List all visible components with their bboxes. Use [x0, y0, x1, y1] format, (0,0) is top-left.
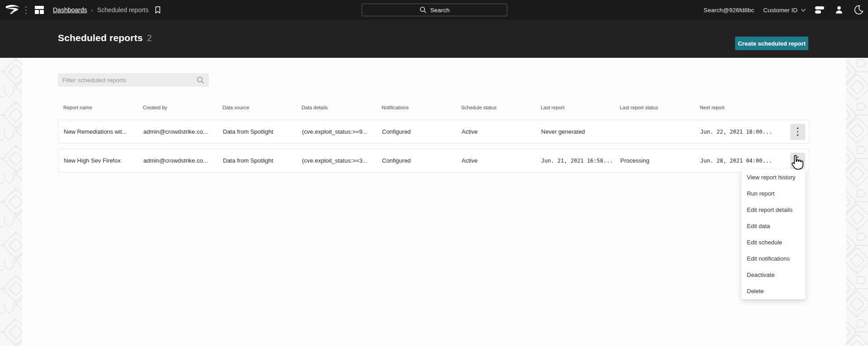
user-icon [834, 5, 844, 15]
chevron-down-icon [801, 8, 806, 12]
customer-id-dropdown[interactable]: Customer ID [763, 7, 806, 14]
search-icon [420, 6, 427, 14]
menu-item-edit-schedule[interactable]: Edit schedule [741, 234, 806, 251]
more-options-dots-icon [25, 6, 27, 14]
table-row: New Remediations wit... admin@crowdstrik… [58, 120, 809, 144]
user-menu-button[interactable] [833, 4, 845, 16]
column-header-data-details: Data details [296, 105, 376, 110]
cell-data-source: Data from Spotlight [217, 157, 297, 164]
account-search-id: Search@926fd8bc [703, 7, 754, 14]
column-header-notifications: Notifications [376, 105, 456, 110]
messages-icon [814, 5, 825, 15]
breadcrumb-current: Scheduled reports [97, 6, 149, 14]
menu-item-view-report-history[interactable]: View report history [741, 169, 806, 186]
messages-button[interactable] [814, 4, 826, 16]
column-header-last-report-status: Last report status [614, 105, 694, 110]
cell-notifications: Configured [377, 128, 456, 135]
account-cluster: Search@926fd8bc Customer ID [703, 0, 864, 20]
top-navigation-bar: Dashboards › Scheduled reports Search Se… [0, 0, 868, 20]
background-pattern-left [0, 58, 22, 346]
menu-item-deactivate[interactable]: Deactivate [741, 267, 806, 283]
menu-item-edit-report-details[interactable]: Edit report details [741, 202, 806, 218]
table-header-row: Report name Created by Data source Data … [58, 105, 809, 110]
background-pattern-right [846, 58, 868, 346]
page-title-count: 2 [147, 33, 152, 43]
breadcrumb-separator: › [91, 7, 93, 14]
breadcrumb-dashboards-link[interactable]: Dashboards [53, 6, 87, 14]
menu-item-run-report[interactable]: Run report [741, 186, 806, 202]
filter-input[interactable] [58, 77, 197, 84]
column-header-report-name: Report name [58, 105, 137, 110]
global-search-label: Search [430, 7, 450, 14]
content-surface [22, 58, 846, 346]
row-actions-kebab-button[interactable] [790, 153, 805, 169]
cell-data-details: (cve.exploit_status:>=3... [297, 157, 377, 164]
page-title: Scheduled reports 2 [58, 33, 152, 43]
cell-data-details: (cve.exploit_status:>=9... [297, 128, 377, 135]
menu-item-edit-notifications[interactable]: Edit notifications [741, 251, 806, 267]
column-header-created-by: Created by [137, 105, 217, 110]
row-actions-kebab-button[interactable] [790, 124, 805, 140]
falcon-logo-icon[interactable] [5, 4, 21, 16]
cell-data-source: Data from Spotlight [217, 128, 297, 135]
row-actions-context-menu: View report history Run report Edit repo… [741, 169, 806, 299]
customer-id-label: Customer ID [763, 7, 797, 14]
column-header-schedule-status: Schedule status [456, 105, 535, 110]
cell-schedule-status: Active [456, 157, 536, 164]
menu-item-delete[interactable]: Delete [741, 283, 806, 299]
scheduled-reports-page: Dashboards › Scheduled reports Search Se… [0, 0, 868, 346]
table-row: New High Sev Firefox admin@crowdstrike.c… [58, 149, 809, 173]
cell-next-report: Jun. 22, 2021 18:00... [695, 129, 790, 135]
cell-last-report: Jun. 21, 2021 16:58... [536, 158, 615, 164]
cell-created-by: admin@crowdstrike.co... [138, 157, 217, 164]
theme-toggle-button[interactable] [853, 4, 864, 16]
create-scheduled-report-button[interactable]: Create scheduled report [735, 37, 808, 50]
global-search-button[interactable]: Search [362, 4, 507, 16]
column-header-last-report: Last report [535, 105, 614, 110]
breadcrumb: Dashboards › Scheduled reports [53, 6, 148, 14]
search-icon [197, 76, 204, 84]
cell-created-by: admin@crowdstrike.co... [138, 128, 217, 135]
cell-report-name: New High Sev Firefox [58, 157, 138, 164]
cell-last-report: Never generated [536, 128, 615, 135]
cell-report-name: New Remediations wit... [58, 128, 138, 135]
menu-item-edit-data[interactable]: Edit data [741, 218, 806, 234]
cell-last-report-status: Processing [615, 157, 695, 164]
column-header-next-report: Next report [694, 105, 790, 110]
dark-mode-moon-icon [853, 5, 864, 15]
cell-notifications: Configured [377, 157, 456, 164]
column-header-data-source: Data source [217, 105, 296, 110]
page-title-text: Scheduled reports [58, 33, 143, 43]
cell-schedule-status: Active [456, 128, 536, 135]
cell-next-report: Jun. 28, 2021 04:00... [695, 158, 790, 164]
bookmark-icon[interactable] [154, 6, 162, 14]
filter-field[interactable] [58, 73, 209, 87]
dashboard-grid-icon[interactable] [34, 5, 45, 15]
